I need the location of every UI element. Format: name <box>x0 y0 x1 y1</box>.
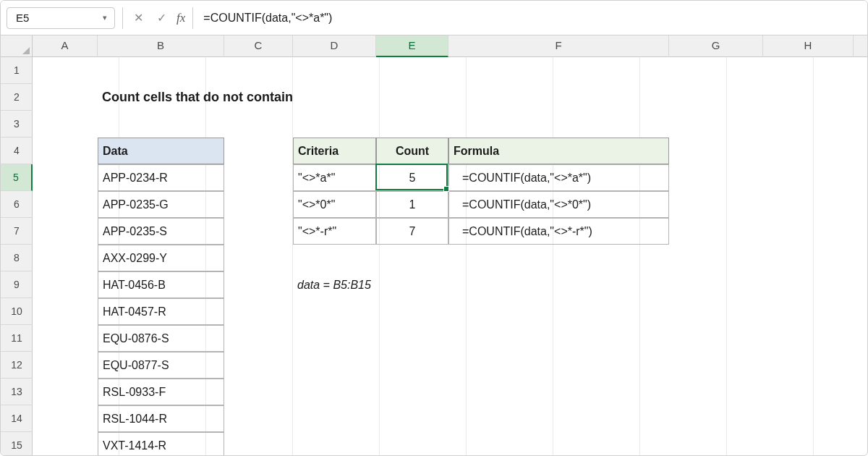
row-headers: 123456789101112131415 <box>1 57 33 455</box>
spreadsheet-grid[interactable]: ABCDEFGHI 123456789101112131415 Count ce… <box>1 35 867 455</box>
formula-cell[interactable]: =COUNTIF(data,"<>*0*") <box>448 191 669 218</box>
fx-icon[interactable]: fx <box>176 11 185 25</box>
separator <box>122 7 123 29</box>
criteria-cell[interactable]: "<>*a*" <box>293 164 376 191</box>
row-header-11[interactable]: 11 <box>1 325 33 352</box>
confirm-icon[interactable]: ✓ <box>153 11 169 25</box>
name-box-input[interactable] <box>14 11 87 25</box>
data-cell[interactable]: VXT-1414-R <box>98 432 224 455</box>
count-cell[interactable]: 5 <box>376 164 448 191</box>
count-header[interactable]: Count <box>376 138 448 164</box>
cells-layer[interactable]: Count cells that do not containDataAPP-0… <box>33 57 867 455</box>
data-cell[interactable]: EQU-0876-S <box>98 325 224 352</box>
column-header-F[interactable]: F <box>448 35 669 57</box>
separator <box>192 7 193 29</box>
column-header-C[interactable]: C <box>224 35 293 57</box>
name-box[interactable]: ▾ <box>7 7 115 29</box>
column-header-G[interactable]: G <box>669 35 763 57</box>
count-cell[interactable]: 7 <box>376 218 448 245</box>
formula-bar: ▾ ✕ ✓ fx <box>1 1 867 35</box>
row-header-1[interactable]: 1 <box>1 57 33 84</box>
column-header-B[interactable]: B <box>98 35 224 57</box>
formula-input[interactable] <box>200 11 861 25</box>
row-header-8[interactable]: 8 <box>1 245 33 271</box>
formula-cell[interactable]: =COUNTIF(data,"<>*-r*") <box>448 218 669 245</box>
row-header-2[interactable]: 2 <box>1 84 33 111</box>
row-header-7[interactable]: 7 <box>1 218 33 245</box>
column-header-I[interactable]: I <box>854 35 867 57</box>
formula-header[interactable]: Formula <box>448 138 669 164</box>
row-header-6[interactable]: 6 <box>1 191 33 218</box>
formula-cell[interactable]: =COUNTIF(data,"<>*a*") <box>448 164 669 191</box>
criteria-cell[interactable]: "<>*0*" <box>293 191 376 218</box>
column-header-A[interactable]: A <box>33 35 98 57</box>
criteria-cell[interactable]: "<>*-r*" <box>293 218 376 245</box>
page-title: Count cells that do not contain <box>98 84 376 111</box>
data-cell[interactable]: APP-0235-G <box>98 191 224 218</box>
data-cell[interactable]: RSL-0933-F <box>98 379 224 405</box>
row-header-5[interactable]: 5 <box>1 164 33 191</box>
row-header-15[interactable]: 15 <box>1 432 33 455</box>
row-header-3[interactable]: 3 <box>1 111 33 138</box>
app-frame: ▾ ✕ ✓ fx ABCDEFGHI 123456789101112131415… <box>0 0 868 456</box>
data-cell[interactable]: RSL-1044-R <box>98 405 224 432</box>
criteria-header[interactable]: Criteria <box>293 138 376 164</box>
data-cell[interactable]: HAT-0457-R <box>98 298 224 325</box>
data-cell[interactable]: APP-0235-S <box>98 218 224 245</box>
data-cell[interactable]: HAT-0456-B <box>98 271 224 298</box>
column-header-D[interactable]: D <box>293 35 376 57</box>
column-header-H[interactable]: H <box>763 35 854 57</box>
data-cell[interactable]: AXX-0299-Y <box>98 245 224 271</box>
row-header-9[interactable]: 9 <box>1 271 33 298</box>
data-header[interactable]: Data <box>98 138 224 164</box>
data-cell[interactable]: APP-0234-R <box>98 164 224 191</box>
formula-bar-controls: ✕ ✓ fx <box>130 11 185 25</box>
column-headers: ABCDEFGHI <box>33 35 867 57</box>
row-header-4[interactable]: 4 <box>1 138 33 164</box>
select-all-corner[interactable] <box>1 35 33 57</box>
data-cell[interactable]: EQU-0877-S <box>98 352 224 379</box>
row-header-14[interactable]: 14 <box>1 405 33 432</box>
row-header-10[interactable]: 10 <box>1 298 33 325</box>
named-range-note: data = B5:B15 <box>293 271 448 298</box>
row-header-13[interactable]: 13 <box>1 379 33 405</box>
cancel-icon[interactable]: ✕ <box>130 11 146 25</box>
column-header-E[interactable]: E <box>376 35 448 57</box>
row-header-12[interactable]: 12 <box>1 352 33 379</box>
count-cell[interactable]: 1 <box>376 191 448 218</box>
chevron-down-icon[interactable]: ▾ <box>103 13 107 22</box>
